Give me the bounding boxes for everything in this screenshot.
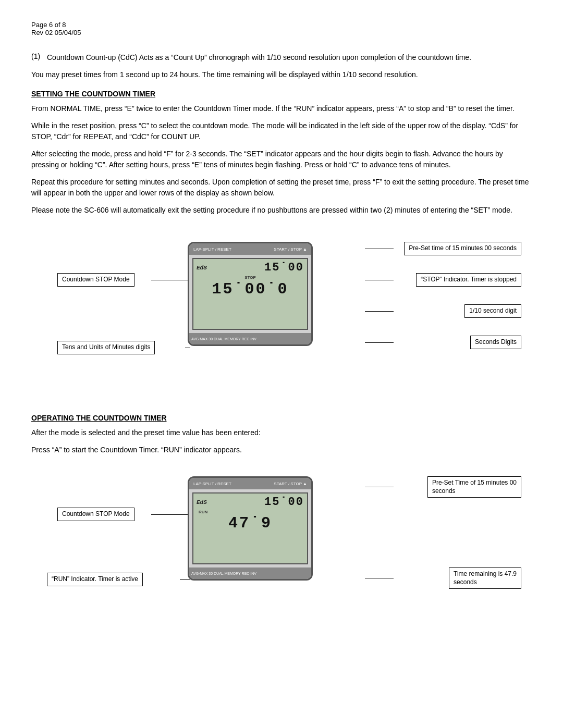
connector-line10 (365, 578, 394, 578)
watch-stop-indicator-1: STOP (197, 275, 304, 280)
page-number: Page 6 of 8 (31, 21, 532, 29)
item1-label: (1) (31, 52, 42, 63)
connector-line4 (365, 311, 394, 312)
connector-line9 (180, 579, 190, 580)
watch-top-bar-2: LAP·SPLIT / RESET START / STOP ▲ (189, 478, 311, 489)
watch-display-2: EdS 15˙00 RUN 47˙9 (192, 492, 308, 564)
connector-line7 (151, 514, 188, 515)
item1-text: Countdown Count-up (CdC) Acts as a “Coun… (47, 52, 471, 63)
connector-line1 (151, 280, 188, 280)
para3: While in the reset position, press “C” t… (31, 120, 532, 142)
connector-line6 (365, 342, 394, 343)
page-header: Page 6 of 8 Rev 02 05/04/05 (31, 21, 532, 36)
para7: After the mode is selected and the prese… (31, 427, 532, 438)
ann-countdown-stop-mode-2: Countdown STOP Mode (57, 508, 134, 521)
ann-run-indicator: “RUN” Indicator. Timer is active (47, 573, 143, 586)
watch-display-top-1: EdS 15˙00 (197, 261, 304, 274)
connector-line5 (185, 348, 190, 348)
ann-preset-time-1: Pre-Set time of 15 minutes 00 seconds (404, 242, 521, 255)
connector-line8 (365, 487, 394, 487)
watch-time-bottom-2: 47˙9 (197, 514, 304, 532)
ann-countdown-stop-mode-1: Countdown STOP Mode (57, 273, 134, 287)
watch-top-bar-1: LAP·SPLIT / RESET START / STOP ▲ (189, 243, 311, 255)
heading1: SETTING THE COUNTDOWN TIMER (31, 90, 532, 98)
watch-bottom-bar-2: AVG·MAX 30 DUAL MEMORY REC·INV (189, 567, 311, 579)
para2: From NORMAL TIME, press “E” twice to ent… (31, 103, 532, 114)
watch-bottom-bar-1: AVG·MAX 30 DUAL MEMORY REC·INV (189, 333, 311, 344)
ann-tenth-second: 1/10 second digit (464, 304, 521, 318)
ann-seconds-digits: Seconds Digits (470, 336, 521, 349)
connector-line3 (365, 280, 394, 280)
diagram2: Countdown STOP Mode LAP·SPLIT / RESET ST… (31, 471, 532, 633)
para6: Please note the SC-606 will automaticall… (31, 205, 532, 216)
diagram1: Countdown STOP Mode LAP·SPLIT / RESET ST… (31, 231, 532, 398)
para8: Press “A” to start the Countdown Timer. … (31, 445, 532, 455)
watch-display-1: EdS 15˙00 STOP 15˙00˙0 (192, 258, 308, 330)
run-indicator-2: RUN (199, 510, 304, 514)
heading2: OPERATING THE COUNTDOWN TIMER (31, 414, 532, 422)
para5: Repeat this procedure for setting minute… (31, 177, 532, 199)
para1: You may preset times from 1 second up to… (31, 69, 532, 80)
para4: After selecting the mode, press and hold… (31, 149, 532, 170)
connector-line2 (365, 249, 394, 249)
ann-minutes-digits: Tens and Units of Minutes digits (57, 341, 155, 354)
item1: (1) Countdown Count-up (CdC) Acts as a “… (31, 52, 532, 63)
revision: Rev 02 05/04/05 (31, 29, 532, 36)
watch-diagram1: LAP·SPLIT / RESET START / STOP ▲ EdS 15˙… (188, 242, 313, 346)
watch-time-bottom-1: 15˙00˙0 (197, 280, 304, 298)
ann-stop-indicator: “STOP” Indicator. Timer is stopped (416, 273, 521, 287)
ann-time-remaining: Time remaining is 47.9 seconds (449, 567, 521, 589)
ann-preset-time-2: Pre-Set Time of 15 minutes 00 seconds (427, 476, 521, 498)
watch-diagram2: LAP·SPLIT / RESET START / STOP ▲ EdS 15˙… (188, 476, 313, 581)
watch-display-top-2: EdS 15˙00 (197, 496, 304, 509)
